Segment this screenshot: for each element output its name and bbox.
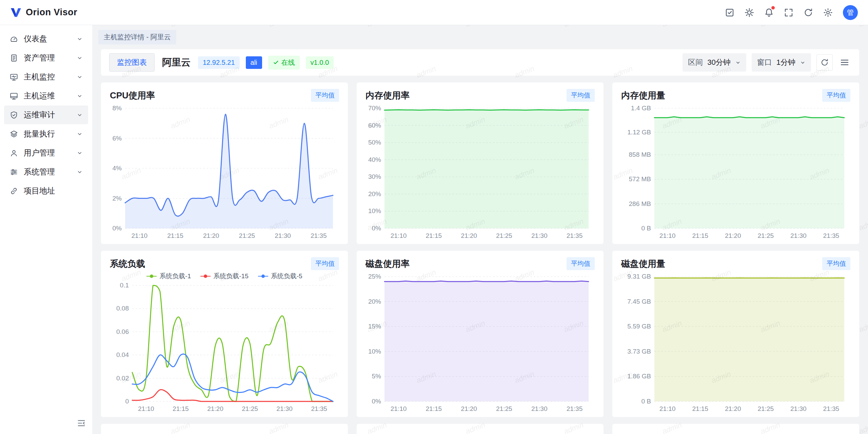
chart-svg[interactable]: 0%2%4%6%8%21:1021:1521:2021:2521:3021:35 (110, 103, 339, 241)
legend-marker-icon (146, 274, 157, 278)
sidebar-item-host-ops[interactable]: 主机运维 (4, 87, 88, 105)
svg-text:858 MB: 858 MB (629, 151, 651, 158)
list-menu-icon[interactable] (838, 56, 851, 69)
chart-svg[interactable]: 0%5%10%15%20%25%21:1021:1521:2021:2521:3… (366, 272, 595, 414)
sidebar-item-user-management[interactable]: 用户管理 (4, 144, 88, 162)
external-link-icon (9, 187, 18, 195)
average-badge: 平均值 (311, 89, 339, 102)
legend-item[interactable]: 系统负载-15 (200, 272, 248, 281)
svg-text:0 B: 0 B (641, 398, 651, 405)
svg-text:50%: 50% (368, 139, 381, 146)
svg-text:21:35: 21:35 (311, 405, 327, 412)
sidebar-item-assets[interactable]: 资产管理 (4, 49, 88, 67)
svg-text:21:25: 21:25 (242, 405, 258, 412)
interval-select[interactable]: 区间 30分钟 (683, 53, 746, 72)
chart-title: 内存使用率 (366, 90, 410, 101)
chart-svg[interactable]: 00.020.040.060.080.121:1021:1521:2021:25… (110, 272, 339, 414)
disk-usage-rate-chart[interactable]: 0%5%10%15%20%25%21:1021:1521:2021:2521:3… (366, 272, 595, 414)
svg-text:10%: 10% (368, 207, 381, 214)
svg-text:21:15: 21:15 (426, 232, 442, 239)
dashboard-gauge-icon (9, 35, 18, 43)
sidebar-item-label: 主机运维 (24, 91, 55, 101)
legend-item[interactable]: 系统负载-5 (258, 272, 302, 281)
svg-text:5%: 5% (372, 373, 381, 380)
cpu-usage-chart[interactable]: 0%2%4%6%8%21:1021:1521:2021:2521:3021:35 (110, 103, 339, 241)
svg-text:3.73 GB: 3.73 GB (627, 348, 651, 355)
notifications-bell-icon[interactable] (762, 5, 776, 20)
sidebar-item-dashboard[interactable]: 仪表盘 (4, 30, 88, 48)
svg-text:21:25: 21:25 (496, 405, 512, 412)
refresh-icon[interactable] (801, 5, 816, 20)
batch-layers-icon (9, 130, 18, 138)
fullscreen-icon[interactable] (781, 5, 796, 20)
window-label: 窗口 (757, 57, 772, 68)
svg-text:20%: 20% (368, 190, 381, 197)
breadcrumb: 主机监控详情 - 阿里云 (92, 25, 868, 44)
chevron-down-icon (77, 112, 83, 118)
svg-text:21:10: 21:10 (391, 232, 407, 239)
breadcrumb-tag[interactable]: 主机监控详情 - 阿里云 (98, 30, 176, 44)
monitor-chart-button[interactable]: 监控图表 (109, 53, 155, 72)
window-select[interactable]: 窗口 1分钟 (752, 53, 811, 72)
sidebar-item-label: 仪表盘 (24, 34, 47, 44)
notification-badge (771, 6, 775, 10)
memory-usage-amount-chart[interactable]: 0 B286 MB572 MB858 MB1.12 GB1.4 GB21:102… (621, 103, 850, 241)
svg-text:20%: 20% (368, 298, 381, 305)
settings-gear-icon[interactable] (821, 5, 835, 20)
svg-text:70%: 70% (368, 105, 381, 112)
sidebar-item-label: 主机监控 (24, 72, 55, 82)
sidebar-item-project-link[interactable]: 项目地址 (4, 182, 88, 200)
check-square-icon[interactable] (722, 5, 737, 20)
main-content: 主机监控详情 - 阿里云 监控图表 阿里云 12.92.5.21 ali 在线 … (92, 25, 868, 434)
disk-usage-amount-chart-card: 磁盘使用量 平均值 0 B1.86 GB3.73 GB5.59 GB7.45 G… (612, 251, 859, 417)
svg-text:9.31 GB: 9.31 GB (627, 273, 651, 280)
app-logo[interactable]: Orion Visor (10, 7, 77, 18)
sidebar-item-host-monitoring[interactable]: 主机监控 (4, 68, 88, 86)
system-load-chart-card: 系统负载 平均值 00.020.040.060.080.121:1021:152… (101, 251, 348, 417)
svg-text:21:35: 21:35 (823, 232, 840, 239)
svg-text:8%: 8% (113, 105, 122, 112)
svg-text:21:30: 21:30 (531, 405, 548, 412)
host-version-tag: v1.0.0 (306, 56, 334, 69)
svg-text:30%: 30% (368, 173, 381, 180)
chart-svg[interactable]: 0 B1.86 GB3.73 GB5.59 GB7.45 GB9.31 GB21… (621, 272, 850, 414)
host-name: 阿里云 (162, 56, 191, 69)
svg-text:21:30: 21:30 (275, 232, 291, 239)
host-status-label: 在线 (281, 58, 295, 67)
svg-text:1.86 GB: 1.86 GB (627, 373, 651, 380)
sidebar-item-ops-audit[interactable]: 运维审计 (4, 106, 88, 124)
average-badge: 平均值 (311, 257, 339, 270)
check-icon (273, 59, 279, 65)
sidebar-item-label: 运维审计 (24, 110, 55, 120)
chart-card-partial (101, 424, 348, 434)
avatar[interactable]: 管 (843, 5, 858, 20)
disk-usage-amount-chart[interactable]: 0 B1.86 GB3.73 GB5.59 GB7.45 GB9.31 GB21… (621, 272, 850, 414)
svg-text:21:20: 21:20 (203, 232, 219, 239)
legend-item[interactable]: 系统负载-1 (146, 272, 191, 281)
svg-text:21:20: 21:20 (461, 232, 477, 239)
average-badge: 平均值 (822, 89, 850, 102)
app-header: Orion Visor (0, 0, 868, 25)
refresh-charts-button[interactable] (816, 54, 833, 71)
theme-sun-icon[interactable] (742, 5, 757, 20)
svg-text:0.1: 0.1 (120, 282, 129, 289)
svg-text:1.12 GB: 1.12 GB (627, 129, 651, 136)
memory-usage-rate-chart[interactable]: 0%10%20%30%40%50%60%70%21:1021:1521:2021… (366, 103, 595, 241)
sidebar-item-batch-exec[interactable]: 批量执行 (4, 125, 88, 143)
chart-svg[interactable]: 0 B286 MB572 MB858 MB1.12 GB1.4 GB21:102… (621, 103, 850, 241)
sidebar-collapse-icon[interactable] (75, 417, 87, 429)
sidebar-item-label: 资产管理 (24, 53, 55, 63)
sidebar-item-system-management[interactable]: 系统管理 (4, 163, 88, 181)
chart-svg[interactable]: 0%10%20%30%40%50%60%70%21:1021:1521:2021… (366, 103, 595, 241)
chevron-down-icon (77, 36, 83, 42)
system-load-chart[interactable]: 00.020.040.060.080.121:1021:1521:2021:25… (110, 272, 339, 414)
svg-text:21:35: 21:35 (311, 232, 327, 239)
svg-text:0%: 0% (113, 225, 122, 232)
average-badge: 平均值 (567, 89, 595, 102)
chevron-down-icon (77, 55, 83, 61)
window-value: 1分钟 (776, 57, 795, 68)
svg-text:21:20: 21:20 (461, 405, 477, 412)
charts-grid: CPU使用率 平均值 0%2%4%6%8%21:1021:1521:2021:2… (101, 82, 859, 434)
svg-text:15%: 15% (368, 323, 381, 330)
svg-text:10%: 10% (368, 348, 381, 355)
